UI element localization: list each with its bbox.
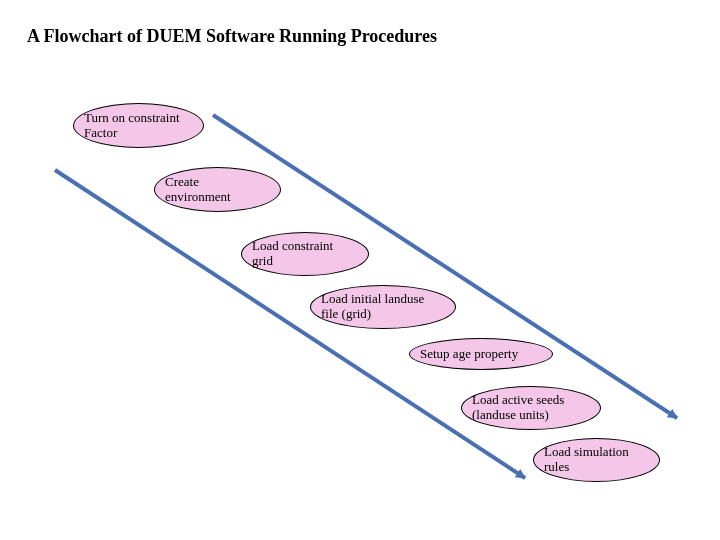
step-label: Load simulationrules <box>544 445 649 475</box>
svg-line-1 <box>55 170 525 478</box>
step-label: Load constraintgrid <box>252 239 358 269</box>
step-load-initial-landuse-file: Load initial landusefile (grid) <box>310 285 456 329</box>
step-label: Load initial landusefile (grid) <box>321 292 445 322</box>
step-load-simulation-rules: Load simulationrules <box>533 438 660 482</box>
step-label: Load active seeds(landuse units) <box>472 393 590 423</box>
step-load-constraint-grid: Load constraintgrid <box>241 232 369 276</box>
page-title: A Flowchart of DUEM Software Running Pro… <box>27 26 437 47</box>
step-label: Createenvironment <box>165 175 270 205</box>
step-label: Setup age property <box>420 347 542 362</box>
step-turn-on-constraint-factor: Turn on constraintFactor <box>73 103 204 148</box>
step-load-active-seeds: Load active seeds(landuse units) <box>461 386 601 430</box>
step-create-environment: Createenvironment <box>154 167 281 212</box>
step-setup-age-property: Setup age property <box>409 338 553 370</box>
step-label: Turn on constraintFactor <box>84 111 193 141</box>
